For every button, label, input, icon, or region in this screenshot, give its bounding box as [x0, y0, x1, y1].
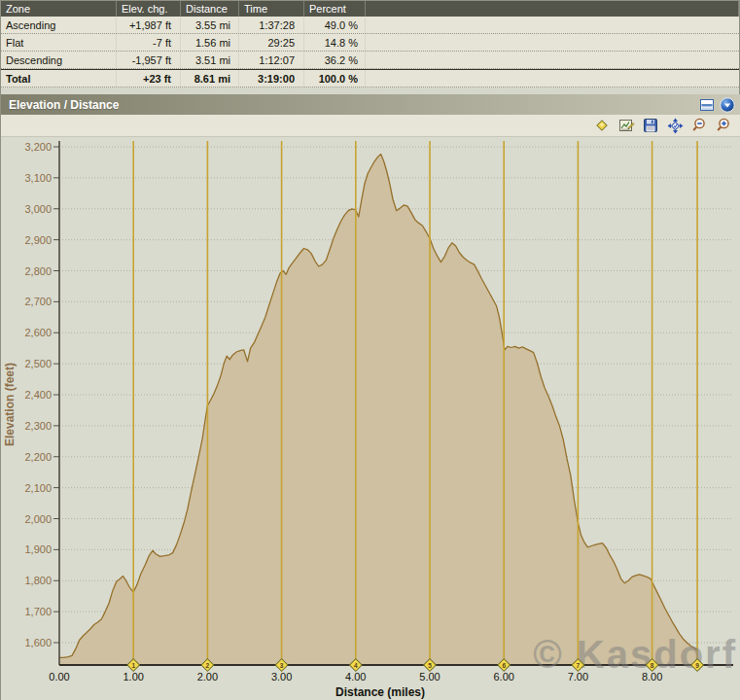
column-header-zone: Zone — [1, 1, 117, 17]
svg-text:8: 8 — [651, 662, 654, 669]
zoom-out-button[interactable] — [690, 117, 708, 134]
window-split-icon[interactable] — [700, 99, 714, 111]
table-row-total: Total+23 ft8.61 mi3:19:00100.0 % — [1, 69, 739, 88]
cell-filler — [366, 70, 739, 87]
svg-text:2,900: 2,900 — [24, 234, 52, 246]
table-row-descending: Descending-1,957 ft3.51 mi1:12:0736.2 % — [1, 52, 739, 69]
svg-text:2.00: 2.00 — [197, 671, 218, 682]
column-header-filler — [366, 1, 739, 17]
svg-text:6.00: 6.00 — [493, 671, 513, 682]
svg-text:1,900: 1,900 — [24, 543, 52, 555]
column-header-elev-chg-: Elev. chg. — [117, 1, 181, 17]
cell: 49.0 % — [304, 17, 366, 33]
svg-text:2,100: 2,100 — [24, 482, 52, 494]
svg-text:7: 7 — [577, 662, 581, 669]
show-on-map-button[interactable] — [666, 117, 684, 134]
column-header-distance: Distance — [181, 1, 239, 17]
collapse-panel-button[interactable] — [720, 97, 735, 113]
panel-title: Elevation / Distance — [9, 98, 700, 112]
svg-text:1.00: 1.00 — [123, 671, 143, 682]
cell: 29:25 — [239, 34, 304, 51]
svg-text:2,400: 2,400 — [24, 389, 52, 401]
cell: Total — [1, 70, 117, 87]
cell: 36.2 % — [304, 52, 366, 68]
elevation-profile — [59, 155, 697, 665]
cell: 8.61 mi — [181, 70, 239, 87]
svg-text:2,600: 2,600 — [24, 327, 52, 338]
y-axis-title: Elevation (feet) — [3, 363, 17, 446]
watermark: © Kasdorf — [533, 633, 737, 676]
cell: -7 ft — [117, 34, 181, 51]
elevation-profile-panel: ZoneElev. chg.DistanceTimePercent Ascend… — [0, 0, 740, 700]
svg-text:3: 3 — [280, 662, 284, 669]
mile-marker-button[interactable] — [593, 117, 611, 134]
svg-text:2,500: 2,500 — [24, 358, 52, 369]
svg-text:5: 5 — [428, 662, 432, 669]
cell: Ascending — [1, 17, 117, 33]
graph-properties-button[interactable] — [617, 117, 635, 134]
svg-text:2,800: 2,800 — [24, 265, 52, 277]
svg-text:1,800: 1,800 — [24, 575, 52, 586]
cell-filler — [366, 52, 739, 68]
svg-text:6: 6 — [502, 662, 506, 669]
zoom-in-button[interactable] — [715, 117, 732, 134]
zone-stats-header-row: ZoneElev. chg.DistanceTimePercent — [1, 1, 739, 17]
cell-filler — [366, 17, 739, 33]
y-tick-labels: 1,6001,7001,8001,9002,0002,1002,2002,300… — [24, 141, 52, 648]
cell: Descending — [1, 52, 117, 68]
svg-text:1,600: 1,600 — [24, 637, 52, 648]
zone-stats-body: Ascending+1,987 ft3.55 mi1:37:2849.0 %Fl… — [1, 17, 739, 88]
cell-filler — [366, 34, 739, 51]
svg-text:3.00: 3.00 — [271, 671, 292, 682]
cell: 1:12:07 — [239, 52, 304, 68]
svg-text:3,200: 3,200 — [24, 141, 52, 153]
svg-text:1,700: 1,700 — [24, 606, 52, 617]
cell: 14.8 % — [304, 34, 366, 51]
cell: +23 ft — [117, 70, 181, 87]
cell: 100.0 % — [304, 70, 366, 87]
cell: 1:37:28 — [239, 17, 304, 33]
column-header-percent: Percent — [304, 1, 366, 17]
svg-text:2,000: 2,000 — [24, 513, 52, 525]
svg-text:2: 2 — [206, 662, 210, 669]
svg-text:3,100: 3,100 — [24, 172, 52, 184]
cell: -1,957 ft — [117, 52, 181, 68]
svg-text:9: 9 — [695, 662, 699, 669]
svg-text:5.00: 5.00 — [419, 671, 440, 682]
cell: 3.51 mi — [181, 52, 239, 68]
svg-text:2,200: 2,200 — [24, 451, 52, 463]
cell: +1,987 ft — [117, 17, 181, 33]
cell: 3:19:00 — [239, 70, 304, 87]
svg-text:2,700: 2,700 — [24, 296, 52, 307]
panel-titlebar: Elevation / Distance — [1, 94, 740, 115]
chart-toolbar — [1, 115, 740, 137]
svg-text:3,000: 3,000 — [24, 203, 52, 215]
zone-stats-table: ZoneElev. chg.DistanceTimePercent Ascend… — [1, 1, 739, 88]
svg-text:0.00: 0.00 — [49, 671, 69, 682]
svg-text:2,300: 2,300 — [24, 420, 52, 432]
svg-text:4.00: 4.00 — [345, 671, 366, 682]
column-header-time: Time — [239, 1, 304, 17]
table-row-flat: Flat-7 ft1.56 mi29:2514.8 % — [1, 34, 739, 52]
cell: 3.55 mi — [181, 17, 239, 33]
save-button[interactable] — [642, 117, 659, 134]
table-row-ascending: Ascending+1,987 ft3.55 mi1:37:2849.0 % — [1, 17, 739, 34]
svg-text:4: 4 — [354, 662, 358, 669]
x-axis-title: Distance (miles) — [335, 685, 425, 699]
cell: Flat — [1, 34, 117, 51]
elevation-chart[interactable]: 1,6001,7001,8001,9002,0002,1002,2002,300… — [1, 137, 740, 700]
cell: 1.56 mi — [181, 34, 239, 51]
chart-area: 1,6001,7001,8001,9002,0002,1002,2002,300… — [1, 137, 740, 700]
svg-text:1: 1 — [131, 662, 135, 669]
